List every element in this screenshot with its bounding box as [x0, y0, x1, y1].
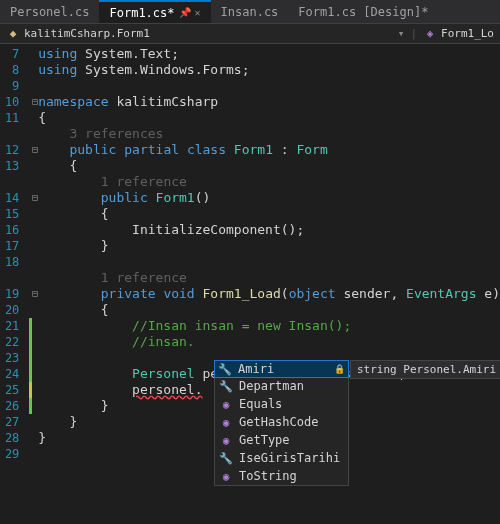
tab-insan[interactable]: Insan.cs — [211, 0, 289, 23]
class-icon: ◆ — [6, 27, 20, 41]
intellisense-tooltip: string Personel.Amiri — [350, 360, 500, 379]
intellisense-item[interactable]: ◉Equals — [215, 395, 348, 413]
method-icon: ◈ — [423, 27, 437, 41]
line-numbers: 7891011121314151617181920212223242526272… — [0, 44, 29, 524]
dropdown-icon[interactable]: ▾ — [398, 27, 405, 40]
intellisense-popup[interactable]: 🔧Amiri🔒🔧Departman◉Equals◉GetHashCode◉Get… — [214, 360, 349, 486]
intellisense-item[interactable]: 🔧IseGirisTarihi — [215, 449, 348, 467]
nav-class[interactable]: kalitimCsharp.Form1 — [24, 27, 150, 40]
pin-icon[interactable]: 📌 — [179, 7, 191, 18]
intellisense-item[interactable]: 🔧Departman — [215, 377, 348, 395]
tab-form1-design[interactable]: Form1.cs [Design]* — [288, 0, 438, 23]
nav-bar: ◆ kalitimCsharp.Form1 ▾ | ◈ Form1_Lo — [0, 24, 500, 44]
intellisense-item[interactable]: 🔧Amiri🔒 — [214, 360, 349, 378]
intellisense-item[interactable]: ◉GetType — [215, 431, 348, 449]
nav-member[interactable]: Form1_Lo — [441, 27, 494, 40]
intellisense-item[interactable]: ◉GetHashCode — [215, 413, 348, 431]
intellisense-item[interactable]: ◉ToString — [215, 467, 348, 485]
tab-form1[interactable]: Form1.cs*📌✕ — [99, 0, 210, 23]
close-icon[interactable]: ✕ — [195, 7, 201, 18]
tab-bar: Personel.cs Form1.cs*📌✕ Insan.cs Form1.c… — [0, 0, 500, 24]
tab-personel[interactable]: Personel.cs — [0, 0, 99, 23]
